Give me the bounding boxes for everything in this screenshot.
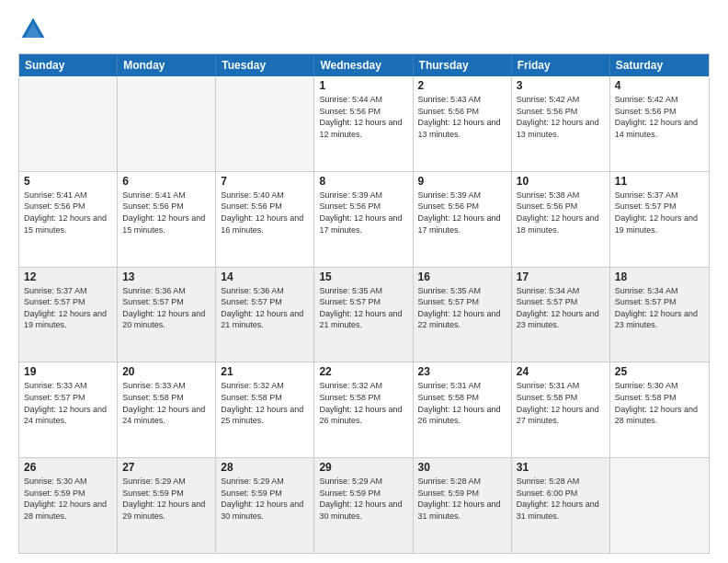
day-info: Sunrise: 5:42 AM Sunset: 5:56 PM Dayligh… bbox=[517, 94, 605, 140]
day-info: Sunrise: 5:43 AM Sunset: 5:56 PM Dayligh… bbox=[418, 94, 506, 140]
calendar-cell: 1Sunrise: 5:44 AM Sunset: 5:56 PM Daylig… bbox=[314, 76, 413, 171]
calendar-cell: 10Sunrise: 5:38 AM Sunset: 5:56 PM Dayli… bbox=[512, 172, 610, 267]
day-number: 4 bbox=[615, 79, 704, 92]
header-sunday: Sunday bbox=[19, 54, 118, 76]
calendar-cell: 11Sunrise: 5:37 AM Sunset: 5:57 PM Dayli… bbox=[610, 172, 709, 267]
day-info: Sunrise: 5:34 AM Sunset: 5:57 PM Dayligh… bbox=[517, 285, 605, 331]
day-number: 5 bbox=[24, 175, 112, 188]
day-number: 25 bbox=[615, 365, 704, 378]
day-number: 19 bbox=[24, 365, 112, 378]
day-info: Sunrise: 5:35 AM Sunset: 5:57 PM Dayligh… bbox=[319, 285, 407, 331]
calendar-cell: 31Sunrise: 5:28 AM Sunset: 6:00 PM Dayli… bbox=[512, 458, 610, 553]
day-info: Sunrise: 5:39 AM Sunset: 5:56 PM Dayligh… bbox=[418, 190, 506, 236]
calendar-cell: 30Sunrise: 5:28 AM Sunset: 5:59 PM Dayli… bbox=[414, 458, 512, 553]
day-info: Sunrise: 5:34 AM Sunset: 5:57 PM Dayligh… bbox=[615, 285, 704, 331]
day-info: Sunrise: 5:31 AM Sunset: 5:58 PM Dayligh… bbox=[517, 380, 605, 426]
day-info: Sunrise: 5:33 AM Sunset: 5:57 PM Dayligh… bbox=[24, 380, 112, 426]
day-number: 18 bbox=[615, 270, 704, 283]
day-info: Sunrise: 5:30 AM Sunset: 5:58 PM Dayligh… bbox=[615, 380, 704, 426]
day-info: Sunrise: 5:41 AM Sunset: 5:56 PM Dayligh… bbox=[24, 190, 112, 236]
day-info: Sunrise: 5:36 AM Sunset: 5:57 PM Dayligh… bbox=[221, 285, 309, 331]
header-monday: Monday bbox=[118, 54, 216, 76]
calendar-cell: 9Sunrise: 5:39 AM Sunset: 5:56 PM Daylig… bbox=[414, 172, 512, 267]
calendar-cell: 2Sunrise: 5:43 AM Sunset: 5:56 PM Daylig… bbox=[414, 76, 512, 171]
day-info: Sunrise: 5:38 AM Sunset: 5:56 PM Dayligh… bbox=[517, 190, 605, 236]
calendar-cell: 15Sunrise: 5:35 AM Sunset: 5:57 PM Dayli… bbox=[314, 268, 413, 362]
calendar-cell: 28Sunrise: 5:29 AM Sunset: 5:59 PM Dayli… bbox=[216, 458, 314, 553]
calendar-cell: 6Sunrise: 5:41 AM Sunset: 5:56 PM Daylig… bbox=[118, 172, 216, 267]
day-info: Sunrise: 5:37 AM Sunset: 5:57 PM Dayligh… bbox=[615, 190, 704, 236]
day-info: Sunrise: 5:35 AM Sunset: 5:57 PM Dayligh… bbox=[418, 285, 506, 331]
calendar-cell bbox=[216, 76, 314, 171]
calendar-cell: 27Sunrise: 5:29 AM Sunset: 5:59 PM Dayli… bbox=[118, 458, 216, 553]
calendar: Sunday Monday Tuesday Wednesday Thursday… bbox=[18, 53, 710, 554]
day-number: 28 bbox=[221, 461, 309, 474]
day-number: 16 bbox=[418, 270, 506, 283]
day-number: 13 bbox=[122, 270, 210, 283]
day-info: Sunrise: 5:32 AM Sunset: 5:58 PM Dayligh… bbox=[319, 380, 407, 426]
day-number: 24 bbox=[517, 365, 605, 378]
day-number: 11 bbox=[615, 175, 704, 188]
day-number: 6 bbox=[122, 175, 210, 188]
calendar-header: Sunday Monday Tuesday Wednesday Thursday… bbox=[19, 54, 709, 76]
day-info: Sunrise: 5:44 AM Sunset: 5:56 PM Dayligh… bbox=[319, 94, 407, 140]
day-info: Sunrise: 5:32 AM Sunset: 5:58 PM Dayligh… bbox=[221, 380, 309, 426]
calendar-cell: 24Sunrise: 5:31 AM Sunset: 5:58 PM Dayli… bbox=[512, 362, 610, 457]
calendar-cell: 21Sunrise: 5:32 AM Sunset: 5:58 PM Dayli… bbox=[216, 362, 314, 457]
day-info: Sunrise: 5:28 AM Sunset: 5:59 PM Dayligh… bbox=[418, 476, 506, 522]
calendar-cell: 23Sunrise: 5:31 AM Sunset: 5:58 PM Dayli… bbox=[414, 362, 512, 457]
day-number: 1 bbox=[319, 79, 407, 92]
calendar-cell: 4Sunrise: 5:42 AM Sunset: 5:56 PM Daylig… bbox=[610, 76, 709, 171]
calendar-cell: 29Sunrise: 5:29 AM Sunset: 5:59 PM Dayli… bbox=[314, 458, 413, 553]
calendar-row: 19Sunrise: 5:33 AM Sunset: 5:57 PM Dayli… bbox=[19, 362, 709, 457]
calendar-row: 1Sunrise: 5:44 AM Sunset: 5:56 PM Daylig… bbox=[19, 76, 709, 171]
day-info: Sunrise: 5:42 AM Sunset: 5:56 PM Dayligh… bbox=[615, 94, 704, 140]
day-info: Sunrise: 5:36 AM Sunset: 5:57 PM Dayligh… bbox=[122, 285, 210, 331]
day-number: 22 bbox=[319, 365, 407, 378]
header bbox=[18, 15, 710, 44]
day-number: 14 bbox=[221, 270, 309, 283]
day-info: Sunrise: 5:39 AM Sunset: 5:56 PM Dayligh… bbox=[319, 190, 407, 236]
day-number: 8 bbox=[319, 175, 407, 188]
day-info: Sunrise: 5:41 AM Sunset: 5:56 PM Dayligh… bbox=[122, 190, 210, 236]
day-number: 27 bbox=[122, 461, 210, 474]
day-number: 12 bbox=[24, 270, 112, 283]
day-number: 26 bbox=[24, 461, 112, 474]
calendar-cell: 25Sunrise: 5:30 AM Sunset: 5:58 PM Dayli… bbox=[610, 362, 709, 457]
day-number: 29 bbox=[319, 461, 407, 474]
day-info: Sunrise: 5:37 AM Sunset: 5:57 PM Dayligh… bbox=[24, 285, 112, 331]
logo-icon bbox=[18, 15, 48, 44]
day-number: 15 bbox=[319, 270, 407, 283]
day-number: 21 bbox=[221, 365, 309, 378]
calendar-cell: 7Sunrise: 5:40 AM Sunset: 5:56 PM Daylig… bbox=[216, 172, 314, 267]
page: Sunday Monday Tuesday Wednesday Thursday… bbox=[0, 0, 728, 563]
day-number: 3 bbox=[517, 79, 605, 92]
calendar-body: 1Sunrise: 5:44 AM Sunset: 5:56 PM Daylig… bbox=[19, 76, 709, 553]
calendar-row: 12Sunrise: 5:37 AM Sunset: 5:57 PM Dayli… bbox=[19, 267, 709, 362]
day-number: 17 bbox=[517, 270, 605, 283]
day-info: Sunrise: 5:29 AM Sunset: 5:59 PM Dayligh… bbox=[122, 476, 210, 522]
calendar-cell bbox=[610, 458, 709, 553]
day-info: Sunrise: 5:29 AM Sunset: 5:59 PM Dayligh… bbox=[221, 476, 309, 522]
header-tuesday: Tuesday bbox=[216, 54, 314, 76]
day-number: 23 bbox=[418, 365, 506, 378]
calendar-cell: 5Sunrise: 5:41 AM Sunset: 5:56 PM Daylig… bbox=[19, 172, 118, 267]
calendar-cell: 26Sunrise: 5:30 AM Sunset: 5:59 PM Dayli… bbox=[19, 458, 118, 553]
calendar-cell: 16Sunrise: 5:35 AM Sunset: 5:57 PM Dayli… bbox=[414, 268, 512, 362]
calendar-row: 26Sunrise: 5:30 AM Sunset: 5:59 PM Dayli… bbox=[19, 457, 709, 553]
calendar-row: 5Sunrise: 5:41 AM Sunset: 5:56 PM Daylig… bbox=[19, 171, 709, 267]
day-number: 30 bbox=[418, 461, 506, 474]
header-thursday: Thursday bbox=[414, 54, 512, 76]
day-number: 7 bbox=[221, 175, 309, 188]
day-number: 2 bbox=[418, 79, 506, 92]
calendar-cell: 14Sunrise: 5:36 AM Sunset: 5:57 PM Dayli… bbox=[216, 268, 314, 362]
header-wednesday: Wednesday bbox=[314, 54, 413, 76]
day-info: Sunrise: 5:28 AM Sunset: 6:00 PM Dayligh… bbox=[517, 476, 605, 522]
calendar-cell: 20Sunrise: 5:33 AM Sunset: 5:58 PM Dayli… bbox=[118, 362, 216, 457]
calendar-cell bbox=[19, 76, 118, 171]
day-number: 9 bbox=[418, 175, 506, 188]
calendar-cell: 18Sunrise: 5:34 AM Sunset: 5:57 PM Dayli… bbox=[610, 268, 709, 362]
logo bbox=[18, 15, 51, 44]
calendar-cell: 3Sunrise: 5:42 AM Sunset: 5:56 PM Daylig… bbox=[512, 76, 610, 171]
header-friday: Friday bbox=[512, 54, 610, 76]
